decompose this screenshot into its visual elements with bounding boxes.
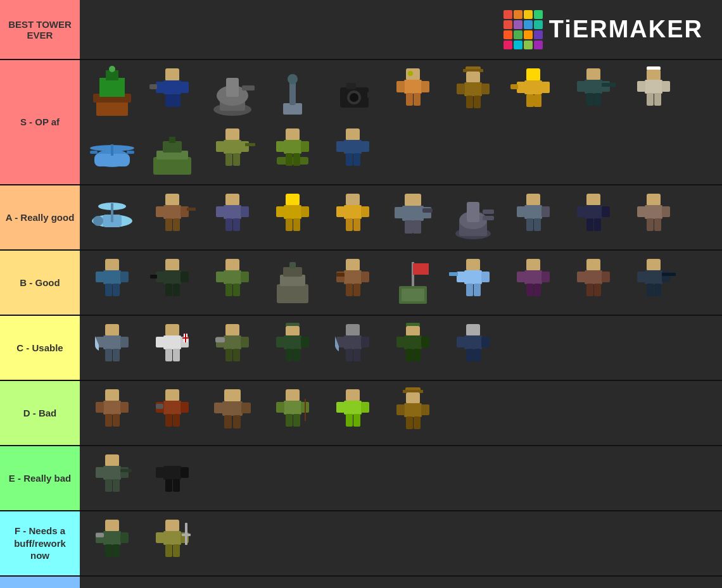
svg-rect-261: [103, 401, 121, 415]
tier-row-a: A - Really good: [0, 184, 722, 249]
svg-rect-193: [526, 259, 540, 271]
svg-rect-205: [647, 259, 661, 271]
svg-rect-318: [105, 544, 112, 557]
tower-sniper: [564, 63, 623, 122]
svg-rect-78: [286, 128, 300, 141]
svg-rect-102: [173, 218, 180, 231]
tower-biplane: [82, 188, 141, 247]
svg-rect-236: [284, 335, 301, 349]
svg-rect-244: [361, 337, 369, 347]
svg-rect-197: [526, 284, 533, 296]
svg-rect-295: [404, 403, 422, 417]
tower-helicopter: [82, 123, 141, 182]
svg-rect-81: [301, 141, 309, 152]
svg-rect-175: [346, 259, 360, 271]
tower-frost-blaster: [443, 253, 502, 312]
svg-rect-298: [406, 416, 413, 429]
svg-rect-116: [344, 205, 362, 219]
svg-rect-252: [406, 349, 413, 361]
svg-rect-159: [163, 270, 181, 284]
svg-rect-67: [153, 157, 191, 175]
svg-rect-123: [395, 207, 403, 218]
svg-rect-238: [301, 337, 309, 347]
svg-rect-173: [283, 267, 302, 277]
svg-rect-157: [113, 284, 120, 296]
svg-rect-66: [111, 144, 113, 156]
tower-flag: [383, 253, 442, 312]
svg-rect-46: [534, 94, 542, 107]
svg-rect-40: [526, 68, 540, 81]
tier-c-content: [80, 316, 722, 380]
svg-rect-297: [421, 404, 429, 415]
svg-rect-265: [113, 414, 120, 427]
svg-rect-209: [662, 273, 676, 276]
tower-a-char-1: [504, 188, 562, 247]
svg-rect-311: [165, 479, 172, 492]
svg-rect-235: [286, 326, 300, 336]
svg-rect-260: [105, 389, 119, 401]
tower-rocketeer: [82, 514, 141, 573]
tier-e-label: E - Really bad: [0, 446, 80, 510]
svg-rect-320: [165, 520, 179, 532]
svg-rect-313: [105, 520, 119, 532]
svg-rect-278: [233, 415, 241, 428]
tier-e-content: [80, 446, 722, 510]
svg-rect-53: [594, 93, 601, 106]
svg-rect-203: [586, 284, 593, 296]
tower-rifleman: [82, 449, 141, 508]
svg-rect-204: [594, 284, 601, 296]
svg-rect-132: [483, 210, 494, 214]
tier-row-e: E - Really bad: [0, 445, 722, 510]
svg-rect-45: [526, 94, 534, 107]
svg-rect-122: [402, 206, 424, 221]
svg-rect-202: [602, 272, 610, 282]
tower-striker: [323, 123, 382, 182]
tower-brawler: [203, 384, 262, 442]
svg-rect-35: [464, 82, 482, 96]
tower-ranger-a: [142, 188, 201, 247]
svg-rect-28: [421, 81, 429, 92]
tower-building: [82, 579, 141, 588]
svg-rect-270: [156, 404, 163, 409]
svg-rect-58: [662, 81, 670, 92]
tower-rocket: [203, 318, 262, 377]
svg-point-95: [93, 216, 103, 226]
svg-rect-309: [156, 467, 164, 478]
svg-rect-140: [586, 194, 600, 206]
svg-rect-100: [187, 208, 196, 211]
svg-rect-52: [586, 93, 593, 106]
svg-rect-321: [163, 531, 181, 545]
svg-rect-196: [542, 272, 550, 282]
svg-rect-228: [224, 335, 241, 349]
tower-ace-pilot: [82, 253, 141, 312]
tier-row-c: C - Usable: [0, 315, 722, 380]
svg-rect-284: [286, 414, 293, 427]
svg-rect-118: [361, 206, 369, 217]
svg-rect-215: [120, 337, 129, 347]
tier-na-label: N/A - Don't know: [0, 577, 80, 588]
svg-rect-189: [481, 272, 490, 282]
svg-rect-199: [586, 259, 600, 271]
svg-rect-304: [120, 469, 132, 472]
tier-row-s: S - OP af: [0, 59, 722, 184]
svg-rect-47: [586, 68, 600, 80]
svg-rect-198: [534, 284, 541, 296]
svg-rect-135: [524, 205, 542, 219]
svg-rect-254: [466, 324, 480, 336]
svg-rect-316: [120, 532, 129, 543]
svg-rect-327: [173, 544, 180, 557]
svg-rect-156: [105, 284, 112, 296]
svg-rect-163: [165, 284, 172, 296]
svg-rect-64: [127, 151, 134, 154]
svg-rect-48: [585, 80, 602, 94]
svg-rect-264: [105, 414, 112, 427]
svg-rect-168: [241, 272, 249, 282]
tower-riot: [323, 318, 382, 377]
svg-rect-73: [216, 141, 224, 152]
svg-rect-287: [344, 401, 362, 415]
svg-rect-273: [224, 389, 241, 402]
tower-pursuit: [323, 188, 382, 247]
svg-rect-105: [216, 206, 224, 217]
svg-rect-162: [150, 275, 157, 278]
svg-rect-217: [113, 349, 120, 361]
